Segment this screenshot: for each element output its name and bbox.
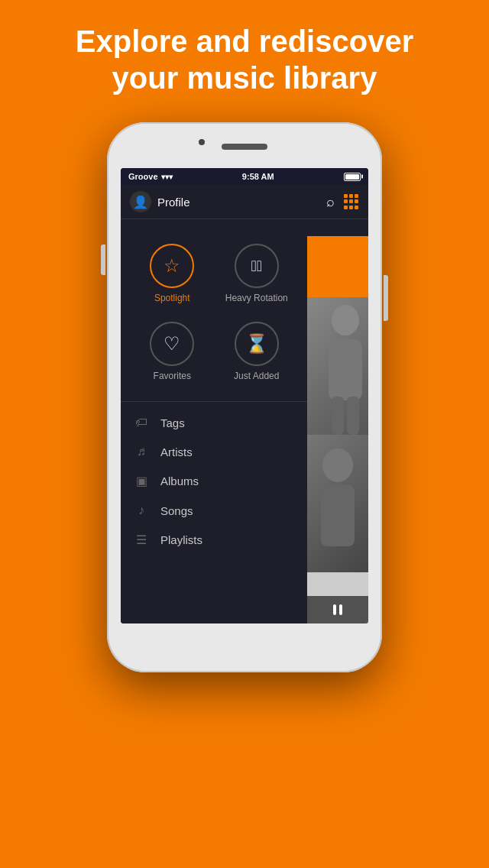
svg-rect-3 <box>347 397 359 435</box>
grid-dot <box>355 194 358 198</box>
phone-speaker <box>222 144 267 150</box>
phone-camera <box>199 139 205 145</box>
hero-text: Explore and rediscover your music librar… <box>0 23 489 96</box>
main-content: ☆ Spotlight ↗⃣ Heavy Rotation <box>121 219 368 623</box>
list-item-albums[interactable]: ▣ Albums <box>121 466 308 496</box>
status-time: 9:58 AM <box>173 172 344 181</box>
heavy-rotation-icon-circle: ↗⃣ <box>235 244 279 288</box>
songs-label: Songs <box>160 504 193 517</box>
grid-dot <box>344 199 348 203</box>
song-icon: ♪ <box>133 504 150 517</box>
right-panel-image-1 <box>307 297 368 435</box>
grid-menu: ☆ Spotlight ↗⃣ Heavy Rotation <box>121 227 308 398</box>
tag-icon: 🏷 <box>133 416 150 429</box>
spotlight-icon-circle: ☆ <box>150 244 194 288</box>
just-added-icon: ⌛ <box>245 333 268 355</box>
tags-label: Tags <box>160 416 185 429</box>
right-panel-orange <box>307 236 368 297</box>
grid-dot <box>349 206 353 209</box>
albums-label: Albums <box>160 474 199 487</box>
left-menu: ☆ Spotlight ↗⃣ Heavy Rotation <box>121 219 308 623</box>
heavy-rotation-icon: ↗⃣ <box>251 257 262 275</box>
spotlight-label: Spotlight <box>154 293 190 303</box>
menu-divider <box>121 401 308 402</box>
svg-rect-1 <box>329 339 362 400</box>
search-button[interactable]: ⌕ <box>326 194 335 210</box>
right-panel-image-2 <box>307 435 368 572</box>
grid-item-just-added[interactable]: ⌛ Just Added <box>215 313 300 390</box>
profile-icon: 👤 <box>133 195 148 209</box>
album-icon: ▣ <box>133 474 150 488</box>
svg-point-4 <box>322 449 353 482</box>
status-battery <box>344 173 361 181</box>
right-panel <box>307 236 368 623</box>
phone-screen: Groove ▾▾▾ 9:58 AM 👤 Profile ⌕ <box>121 168 368 623</box>
profile-label[interactable]: Profile <box>157 196 326 209</box>
favorites-icon: ♡ <box>164 333 180 355</box>
grid-item-spotlight[interactable]: ☆ Spotlight <box>130 235 215 313</box>
favorites-icon-circle: ♡ <box>150 322 194 366</box>
app-header: 👤 Profile ⌕ <box>121 185 368 219</box>
grid-dot <box>355 206 358 209</box>
grid-item-favorites[interactable]: ♡ Favorites <box>130 313 215 390</box>
person-silhouette <box>307 297 368 435</box>
grid-dot <box>344 206 348 209</box>
person-silhouette-2 <box>307 435 368 572</box>
status-carrier: Groove ▾▾▾ <box>128 172 173 181</box>
pause-bar[interactable] <box>307 596 368 623</box>
battery-fill <box>345 174 359 180</box>
just-added-icon-circle: ⌛ <box>235 322 279 366</box>
list-menu: 🏷 Tags ♬ Artists ▣ Albums ♪ <box>121 405 308 558</box>
grid-dot <box>349 194 353 198</box>
list-item-playlists[interactable]: ☰ Playlists <box>121 525 308 555</box>
status-bar: Groove ▾▾▾ 9:58 AM <box>121 168 368 185</box>
list-item-artists[interactable]: ♬ Artists <box>121 437 308 466</box>
playlists-label: Playlists <box>160 533 202 546</box>
battery-icon <box>344 173 361 181</box>
app-content: 👤 Profile ⌕ <box>121 185 368 623</box>
list-item-songs[interactable]: ♪ Songs <box>121 496 308 525</box>
svg-rect-5 <box>321 485 355 546</box>
grid-menu-button[interactable] <box>344 194 359 209</box>
grid-dot <box>349 199 353 203</box>
grid-dot <box>355 199 358 203</box>
grid-dot <box>344 194 348 198</box>
svg-rect-2 <box>332 397 344 435</box>
svg-point-0 <box>332 305 359 335</box>
artist-icon: ♬ <box>133 445 150 458</box>
profile-avatar[interactable]: 👤 <box>130 191 151 212</box>
list-item-tags[interactable]: 🏷 Tags <box>121 408 308 437</box>
phone-mockup: Groove ▾▾▾ 9:58 AM 👤 Profile ⌕ <box>107 122 382 672</box>
pause-icon-left <box>333 604 336 615</box>
heavy-rotation-label: Heavy Rotation <box>225 293 288 303</box>
wifi-icon: ▾▾▾ <box>161 173 173 181</box>
artists-label: Artists <box>160 445 193 458</box>
spotlight-icon: ☆ <box>164 255 180 277</box>
just-added-label: Just Added <box>234 371 279 381</box>
playlist-icon: ☰ <box>133 533 150 547</box>
grid-item-heavy-rotation[interactable]: ↗⃣ Heavy Rotation <box>215 235 300 313</box>
favorites-label: Favorites <box>154 371 191 381</box>
pause-icon-right <box>339 604 342 615</box>
